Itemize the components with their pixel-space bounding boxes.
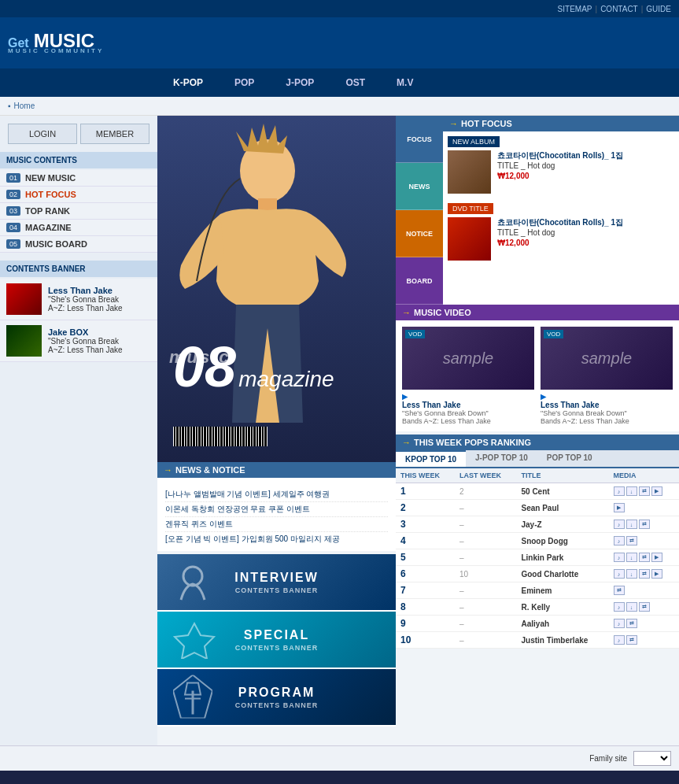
media-icon-sound-9[interactable]: ♪ — [614, 635, 625, 645]
cb-interview[interactable]: INTERVIEW CONTENTS BANNER — [157, 554, 396, 612]
news-item-2[interactable]: 이몬세 독창회 연장공연 무료 쿠폰 이벤트 — [165, 502, 388, 517]
banner-item-1[interactable]: Less Than Jake "She's Gonna Break A~Z: L… — [0, 279, 157, 320]
rank-change-9: – — [455, 616, 517, 632]
breadcrumb-home[interactable]: Home — [14, 102, 35, 110]
media-icon-play-4[interactable]: ▶ — [651, 553, 662, 562]
rank-title-10: Justin Timberlake — [516, 632, 608, 649]
cb-program-title: PROGRAM — [238, 686, 316, 700]
cb-program[interactable]: PROGRAM CONTENTS BANNER — [157, 669, 396, 727]
album-title-1: TITLE _ Hot dog — [497, 161, 623, 170]
media-icon-sound-5[interactable]: ♪ — [614, 569, 625, 579]
media-icon-share-4[interactable]: ⇄ — [639, 553, 650, 562]
media-icon-sound-2[interactable]: ♪ — [614, 520, 625, 529]
rank-media-9: ♪⇄ — [609, 616, 679, 632]
media-icon-dl-5[interactable]: ↓ — [626, 569, 637, 579]
sitemap-link[interactable]: SITEMAP — [558, 5, 592, 13]
nav-mv[interactable]: M.V — [381, 68, 429, 97]
rank-media-1: ♪↓⇄▶ — [609, 483, 679, 500]
focus-tab-notice[interactable]: NOTICE — [396, 210, 443, 257]
ranking-table: THIS WEEK LAST WEEK TITLE MEDIA 1 2 50 C… — [396, 468, 679, 649]
ranking-tab-jpop[interactable]: J-POP TOP 10 — [466, 450, 537, 467]
media-icon-share-0[interactable]: ⇄ — [639, 486, 650, 496]
mv-info-2: ▶ Less Than Jake "She's Gonna Break Down… — [541, 393, 673, 425]
banner-item-2[interactable]: Jake BOX "She's Gonna Break A~Z: Less Th… — [0, 320, 157, 362]
news-link-3[interactable]: 겐뮤직 퀴즈 이벤트 — [165, 520, 233, 528]
col-last-week: LAST WEEK — [455, 468, 517, 483]
ranking-section: → THIS WEEK POPS RANKING KPOP TOP 10 J-P… — [396, 435, 679, 649]
menu-num-5: 05 — [6, 239, 20, 249]
family-site-select[interactable] — [633, 751, 671, 766]
menu-link-magazine[interactable]: MAGAZINE — [25, 223, 72, 232]
news-item-1[interactable]: [나나누 앨범발매 기념 이벤트] 세계일주 여행권 — [165, 487, 388, 502]
sidebar-item-new-music[interactable]: 01 NEW MUSIC — [0, 170, 157, 187]
album-item-1: 쵸코타이탄(Chocotitan Rolls)_ 1집 TITLE _ Hot … — [448, 150, 674, 194]
nav-ost[interactable]: OST — [330, 68, 381, 97]
media-icon-dl-7[interactable]: ↓ — [626, 602, 637, 612]
media-icon-share-5[interactable]: ⇄ — [639, 569, 650, 579]
guide-link[interactable]: GUIDE — [646, 5, 671, 13]
rank-media-4: ♪⇄ — [609, 533, 679, 549]
media-icon-sound-0[interactable]: ♪ — [614, 486, 625, 496]
menu-link-music-board[interactable]: MUSIC BOARD — [25, 239, 87, 249]
media-icon-dl-2[interactable]: ↓ — [626, 520, 637, 529]
nav-kpop[interactable]: K-POP — [157, 68, 219, 97]
sidebar-item-top-rank[interactable]: 03 TOP RANK — [0, 203, 157, 220]
media-icon-play-1[interactable]: ▶ — [614, 503, 625, 512]
media-icon-sound-8[interactable]: ♪ — [614, 619, 625, 628]
rank-media-8: ♪↓⇄ — [609, 599, 679, 616]
ranking-tab-kpop[interactable]: KPOP TOP 10 — [396, 450, 466, 467]
nav-pop[interactable]: POP — [219, 68, 270, 97]
rank-change-10: – — [455, 632, 517, 649]
focus-tab-focus[interactable]: FOCUS — [396, 116, 443, 163]
focus-tab-news[interactable]: NEWS — [396, 163, 443, 210]
logo-sub: MUSIC COMMUNITY — [8, 48, 104, 55]
media-icon-dl-4[interactable]: ↓ — [626, 553, 637, 562]
news-item-3[interactable]: 겐뮤직 퀴즈 이벤트 — [165, 517, 388, 532]
mv-thumb-1[interactable]: VOD sample — [402, 327, 534, 390]
sidebar-item-hot-focus[interactable]: 02 HOT FOCUS — [0, 187, 157, 203]
media-icon-share-9[interactable]: ⇄ — [626, 635, 637, 645]
ranking-arrow-icon: → — [402, 438, 411, 447]
menu-link-hot-focus[interactable]: HOT FOCUS — [25, 190, 76, 199]
col-title: TITLE — [516, 468, 608, 483]
media-icon-share-2[interactable]: ⇄ — [639, 520, 650, 529]
news-link-1[interactable]: [나나누 앨범발매 기념 이벤트] 세계일주 여행권 — [165, 490, 330, 498]
media-icon-share-7[interactable]: ⇄ — [639, 602, 650, 612]
sidebar-item-magazine[interactable]: 04 MAGAZINE — [0, 220, 157, 236]
media-icon-dl-0[interactable]: ↓ — [626, 486, 637, 496]
contents-banners: INTERVIEW CONTENTS BANNER SPECIAL CONTEN… — [157, 554, 396, 727]
focus-nav-col: FOCUS NEWS NOTICE BOARD — [396, 116, 443, 305]
news-link-4[interactable]: [오픈 기념 빅 이벤트] 가입회원 500 마일리지 제공 — [165, 534, 340, 543]
nav-jpop[interactable]: J-POP — [270, 68, 330, 97]
media-icon-share-6[interactable]: ⇄ — [614, 586, 625, 595]
media-icon-sound-4[interactable]: ♪ — [614, 553, 625, 562]
center-right: music 08 magazine → NEWS & — [157, 116, 679, 745]
menu-link-top-rank[interactable]: TOP RANK — [25, 206, 70, 216]
media-icon-sound-7[interactable]: ♪ — [614, 602, 625, 612]
breadcrumb: ▪ Home — [0, 97, 679, 116]
mv-item-1: VOD sample ▶ Less Than Jake "She's Gonna… — [402, 327, 534, 425]
rank-change-8: – — [455, 599, 517, 616]
rank-num-6: 6 — [396, 566, 455, 582]
news-item-4[interactable]: [오픈 기념 빅 이벤트] 가입회원 500 마일리지 제공 — [165, 532, 388, 546]
banner-thumb-1 — [6, 283, 42, 315]
media-icon-sound-3[interactable]: ♪ — [614, 536, 625, 545]
banner-desc2-1: A~Z: Less Than Jake — [48, 304, 123, 312]
contents-banner-section: CONTENTS BANNER Less Than Jake "She's Go… — [0, 261, 157, 362]
album-area: NEW ALBUM 쵸코타이탄(Chocotitan Rolls)_ 1집 TI… — [443, 131, 679, 272]
contact-link[interactable]: CONTACT — [600, 5, 638, 13]
media-icon-play-5[interactable]: ▶ — [651, 569, 662, 579]
login-button[interactable]: LOGIN — [8, 124, 77, 144]
member-button[interactable]: MEMBER — [80, 124, 149, 144]
media-icon-share-8[interactable]: ⇄ — [626, 619, 637, 628]
sidebar-item-music-board[interactable]: 05 MUSIC BOARD — [0, 236, 157, 253]
news-link-2[interactable]: 이몬세 독창회 연장공연 무료 쿠폰 이벤트 — [165, 505, 310, 513]
banner-desc2-2: A~Z: Less Than Jake — [48, 346, 123, 354]
cb-special[interactable]: SPECIAL CONTENTS BANNER — [157, 612, 396, 669]
ranking-tab-pop[interactable]: POP TOP 10 — [537, 450, 602, 467]
focus-tab-board[interactable]: BOARD — [396, 257, 443, 305]
mv-thumb-2[interactable]: VOD sample — [541, 327, 673, 390]
menu-link-new-music[interactable]: NEW MUSIC — [25, 173, 76, 183]
media-icon-play-0[interactable]: ▶ — [651, 486, 662, 496]
media-icon-share-3[interactable]: ⇄ — [626, 536, 637, 545]
